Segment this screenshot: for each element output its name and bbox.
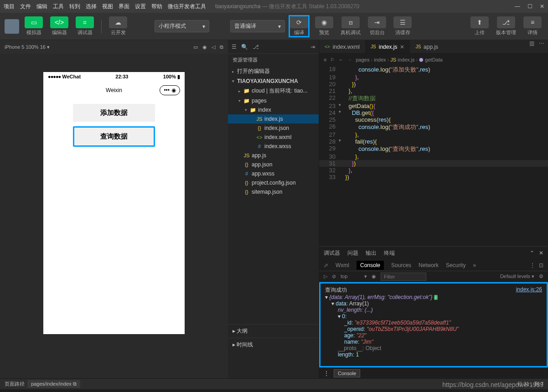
breadcrumb-item[interactable]: index [374, 57, 386, 62]
opened-editors-section[interactable]: ▸打开的编辑器 [228, 66, 319, 77]
bug-icon: ⌗ [76, 16, 94, 28]
tree-item[interactable]: {}project.config.json [228, 178, 319, 187]
menu-item[interactable]: 选择 [86, 3, 97, 10]
menu-item[interactable]: 界面 [119, 3, 129, 10]
tree-item[interactable]: JSapp.js [228, 151, 319, 160]
code-editor[interactable]: 18 console.log("添加失败",res)19 },20 })21 }… [319, 66, 548, 246]
branch-icon[interactable]: ⎇ [253, 44, 259, 50]
menu-item[interactable]: 转到 [69, 3, 80, 10]
tab-debugger[interactable]: 调试器 [324, 249, 340, 257]
tree-item[interactable]: {}index.json [228, 124, 319, 133]
device-selector[interactable]: iPhone 5 100% 16 ▾ [5, 44, 50, 50]
list-icon[interactable]: ≡ [324, 57, 326, 62]
tree-item[interactable]: JSindex.js [228, 114, 319, 124]
search-icon[interactable]: 🔍 [241, 44, 248, 50]
timeline-section[interactable]: ▸ 时间线 [228, 338, 319, 351]
breadcrumb-item[interactable]: pages [356, 57, 369, 62]
tab-terminal[interactable]: 终端 [384, 249, 395, 257]
page-path[interactable]: pages/index/index ⧉ [27, 380, 80, 388]
close-icon[interactable]: ✕ [539, 250, 543, 256]
clearcache-button[interactable]: ☰清缓存 [392, 15, 414, 38]
tab-sources[interactable]: Sources [391, 262, 411, 268]
menu-item[interactable]: 微信开发者工具 [168, 3, 206, 10]
console-output[interactable]: index.js:26 查询成功 ▾ {data: Array(1), errM… [319, 282, 548, 367]
remote-debug-button[interactable]: ⧈真机调试 [339, 15, 362, 38]
inspect-icon[interactable]: ⬀ [324, 262, 328, 268]
breadcrumb-item[interactable]: ⬢ getData [419, 57, 443, 62]
tab-console[interactable]: Console [357, 261, 384, 270]
forward-icon[interactable]: → [347, 57, 352, 62]
version-button[interactable]: ⎇版本管理 [494, 15, 518, 38]
editor-tab[interactable]: <>index.wxml [319, 40, 365, 53]
context-selector[interactable]: top ▾ [341, 273, 367, 279]
tree-item[interactable]: {}sitemap.json [228, 187, 319, 196]
cloud-button[interactable]: ☁云开发 [107, 15, 129, 38]
editor-button[interactable]: </>编辑器 [48, 15, 70, 38]
tab-output[interactable]: 输出 [366, 249, 377, 257]
upload-button[interactable]: ⬆上传 [469, 15, 491, 38]
query-data-button[interactable]: 查询数据 [73, 126, 155, 147]
menu-item[interactable]: 工具 [53, 3, 64, 10]
split-icon[interactable]: ▥ [529, 40, 534, 53]
tab-problems[interactable]: 问题 [347, 249, 358, 257]
filter-input[interactable] [381, 273, 426, 281]
editor-tab[interactable]: JSindex.js✕ [365, 40, 410, 53]
add-data-button[interactable]: 添加数据 [73, 104, 155, 122]
details-button[interactable]: ≡详情 [522, 15, 543, 38]
play-icon[interactable]: ▷ [324, 273, 327, 279]
chevron-up-icon[interactable]: ⌃ [530, 250, 534, 256]
levels-dropdown[interactable]: Default levels ▾ [500, 273, 534, 279]
mute-icon[interactable]: ◁ [212, 44, 215, 50]
tab-wxml[interactable]: Wxml [336, 262, 349, 268]
backstage-button[interactable]: ⇥切后台 [366, 15, 388, 38]
capsule-button[interactable]: ••• ◉ [160, 85, 180, 95]
tree-item[interactable]: <>index.wxml [228, 133, 319, 142]
clear-icon[interactable]: ⊘ [332, 273, 336, 279]
preview-button[interactable]: ◉预览 [313, 15, 335, 38]
tree-item[interactable]: #index.wxss [228, 142, 319, 151]
menu-icon[interactable]: ⋮ [530, 262, 535, 268]
mode-dropdown[interactable]: 小程序模式▾ [155, 20, 209, 32]
tab-network[interactable]: Network [419, 262, 439, 268]
drawer-icon[interactable]: ⋮ [324, 370, 329, 377]
back-icon[interactable]: ← [338, 57, 343, 62]
tab-security[interactable]: Security [446, 262, 465, 268]
device-icon[interactable]: ▭ [193, 44, 198, 50]
menu-item[interactable]: 文件 [20, 3, 31, 10]
menu-item[interactable]: 编辑 [36, 3, 47, 10]
source-link[interactable]: index.js:26 [516, 286, 542, 293]
breadcrumb-item[interactable]: JS index.js [390, 57, 414, 62]
tree-item[interactable]: #app.wxss [228, 169, 319, 178]
console-drawer-tab[interactable]: Console [334, 369, 360, 377]
more-tabs-icon[interactable]: » [473, 262, 476, 268]
sidebar-icon[interactable]: ☰ [232, 44, 237, 50]
compile-dropdown[interactable]: 普通编译▾ [230, 20, 285, 32]
collapse-icon[interactable]: ⇥ [310, 44, 315, 50]
tree-item[interactable]: ▾📁index [228, 105, 319, 114]
bookmark-icon[interactable]: ⚐ [330, 57, 335, 63]
debugger-button[interactable]: ⌗调试器 [74, 15, 96, 38]
menu-item[interactable]: 设置 [135, 3, 146, 10]
close-icon[interactable]: ✕ [400, 44, 404, 50]
dock-icon[interactable]: ⊡ [539, 262, 543, 268]
avatar[interactable] [5, 19, 19, 34]
gear-icon[interactable]: ⚙ [539, 273, 543, 279]
editor-tab[interactable]: JSapp.js [410, 40, 444, 53]
record-icon[interactable]: ◉ [202, 44, 207, 50]
menu-item[interactable]: 视图 [102, 3, 113, 10]
eye-icon[interactable]: ◉ [372, 273, 376, 279]
menu-item[interactable]: 项目 [4, 3, 15, 10]
rotate-icon[interactable]: ⧉ [220, 44, 223, 50]
simulator-button[interactable]: ▭模拟器 [23, 15, 45, 38]
project-root[interactable]: ▾TIAOYAXIANGXUNCHA [228, 77, 319, 86]
menu-item[interactable]: 帮助 [151, 3, 162, 10]
maximize-icon[interactable]: ☐ [527, 3, 532, 10]
minimize-icon[interactable]: — [515, 3, 520, 10]
outline-section[interactable]: ▸ 大纲 [228, 324, 319, 338]
more-icon[interactable]: ⋯ [539, 40, 544, 53]
compile-button[interactable]: ⟳编译 [289, 15, 310, 37]
tree-item[interactable]: ▸📁cloud | 当前环境: tiao... [228, 86, 319, 96]
tree-item[interactable]: ▾📁pages [228, 96, 319, 105]
close-icon[interactable]: ✕ [540, 3, 544, 10]
tree-item[interactable]: {}app.json [228, 160, 319, 169]
